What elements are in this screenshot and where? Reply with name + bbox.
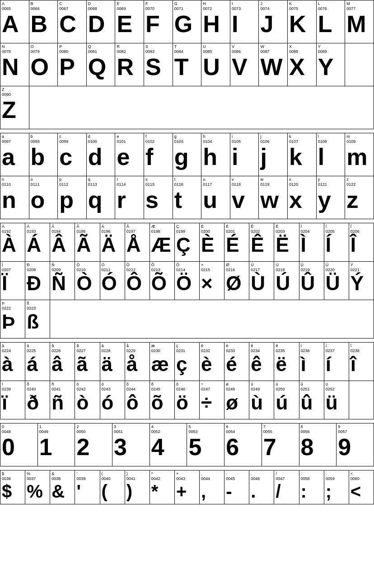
cell-label: ð 0240 [27, 382, 48, 392]
table-row: ï 0239ïð 0240ðñ 0241ñò 0242òó 0243óô 024… [0, 381, 374, 419]
cell-label: Q 0081 [88, 44, 114, 54]
table-row: a 0097ab 0098bc 0099cd 0100de 0101ef 010… [0, 133, 374, 176]
glyph-cell: N 0078N [0, 43, 29, 86]
cell-char: b [31, 145, 56, 169]
cell-label: Ø 0216 [226, 263, 248, 273]
glyph-cell: o 0111o [29, 176, 58, 219]
cell-char: × [201, 273, 223, 293]
cell-char: ù [251, 393, 272, 413]
cell-label: u 0117 [203, 177, 229, 187]
glyph-cell: É 0201É [224, 223, 249, 262]
cell-label: î 0238 [351, 343, 372, 353]
cell-char: x [289, 188, 315, 212]
glyph-cell: Ç 0199Ç [174, 223, 199, 262]
cell-label: z 0122 [346, 177, 372, 187]
cell-char: Q [88, 55, 114, 79]
cell-char: O [31, 55, 56, 79]
cell-label: Í 0205 [326, 224, 347, 234]
cell-label: Û 0219 [301, 263, 323, 273]
glyph-cell: 9 00579 [337, 423, 374, 466]
glyph-cell: v 0118v [230, 176, 259, 219]
glyph-cell: æ 0230æ [150, 343, 174, 381]
cell-label: é 0233 [226, 343, 248, 353]
cell-char: ú [276, 393, 297, 413]
cell-char: ) [126, 482, 148, 500]
cell-label: ñ 0241 [51, 382, 73, 392]
cell-label: 9 0057 [338, 424, 372, 434]
glyph-cell: 1 00491 [37, 423, 75, 466]
cell-label: l 0108 [318, 134, 344, 144]
table-row: $ 0036$% 0037%& 0038&' 0039'( 0040() 004… [0, 470, 374, 504]
glyph-cell: Ü 0220Ü [324, 262, 349, 300]
cell-label: ì 0236 [301, 343, 323, 353]
cell-label: 5 0053 [188, 424, 223, 434]
glyph-cell: w 0119w [259, 176, 288, 219]
glyph-cell: í 0237í [324, 343, 349, 381]
glyph-cell: Ó 0211Ó [100, 262, 125, 300]
cell-char: S [145, 55, 171, 79]
glyph-cell: ø 0248ø [224, 381, 249, 419]
cell-char: d [88, 145, 114, 169]
glyph-cell: ß 0223ß [25, 300, 50, 339]
cell-char: æ [151, 354, 173, 374]
cell-label: ; 0059 [326, 471, 347, 481]
cell-label: 1 0049 [39, 424, 74, 434]
cell-char: Ê [251, 235, 272, 255]
glyph-cell: ñ 0241ñ [50, 381, 75, 419]
table-row: Z 0090Z [0, 86, 374, 129]
cell-char: 3 [114, 435, 148, 459]
cell-label: × 0215 [201, 263, 223, 273]
cell-char: g [174, 145, 200, 169]
glyph-cell: ü 0252ü [324, 381, 349, 419]
glyph-cell: R 0082R [115, 43, 144, 86]
cell-char: Ü [326, 273, 347, 293]
cell-label: w 0119 [260, 177, 286, 187]
cell-label: E 0069 [117, 1, 142, 11]
cell-char: Ð [27, 273, 48, 293]
cell-char: Ý [351, 273, 372, 293]
glyph-cell: ÷ 0247÷ [200, 381, 224, 419]
uppercase-table: A 0065AB 0066BC 0067CD 0068DE 0069EF 007… [0, 0, 374, 129]
lowercase-table: a 0097ab 0098bc 0099cd 0100de 0101ef 010… [0, 133, 374, 219]
glyph-cell: 7 00557 [262, 423, 299, 466]
glyph-cell: ô 0244ô [125, 381, 150, 419]
cell-label: X 0088 [289, 44, 315, 54]
cell-label: ã 0227 [76, 343, 98, 353]
cell-label: ï 0239 [2, 382, 23, 392]
glyph-cell: t 0116t [173, 176, 201, 219]
glyph-cell: Æ 0198Æ [150, 223, 174, 262]
cell-label: è 0232 [201, 343, 223, 353]
cell-label: á 0225 [27, 343, 48, 353]
cell-char: z [346, 188, 372, 212]
cell-char: s [145, 188, 171, 212]
cell-char: À [2, 235, 23, 255]
cell-char: Ò [76, 273, 98, 293]
glyph-cell: Á 0193Á [25, 223, 50, 262]
cell-label: õ 0245 [151, 382, 173, 392]
glyph-cell: à 0224à [0, 343, 25, 381]
glyph-cell: $ 0036$ [0, 470, 25, 504]
cell-label: Å 0197 [126, 224, 148, 234]
glyph-cell: 4 00524 [150, 423, 187, 466]
cell-label: + 0043 [176, 471, 198, 481]
cell-char: k [289, 145, 315, 169]
cell-label: I 0073 [232, 1, 257, 11]
cell-label: Ü 0220 [326, 263, 347, 273]
cell-char: Õ [151, 273, 173, 293]
cell-label: Z 0090 [2, 87, 28, 97]
cell-label: ú 0250 [276, 382, 297, 392]
glyph-cell: / 0047/ [274, 470, 299, 504]
glyph-cell: g 0103g [173, 133, 201, 176]
cell-char: * [151, 482, 173, 500]
table-row: À 0192ÀÁ 0193ÁÂ 0194ÂÃ 0195ÃÄ 0196ÄÅ 019… [0, 223, 374, 262]
cell-label: C 0067 [59, 1, 85, 11]
cell-char: m [346, 145, 372, 169]
glyph-cell: 8 00568 [299, 423, 337, 466]
cell-label: í 0237 [326, 343, 347, 353]
cell-char: ÷ [201, 393, 223, 413]
glyph-cell: f 0102f [144, 133, 173, 176]
cell-char: ë [276, 354, 297, 374]
cell-char: Ñ [51, 273, 73, 293]
cell-char: õ [151, 393, 173, 413]
glyph-cell: x 0120x [288, 176, 317, 219]
